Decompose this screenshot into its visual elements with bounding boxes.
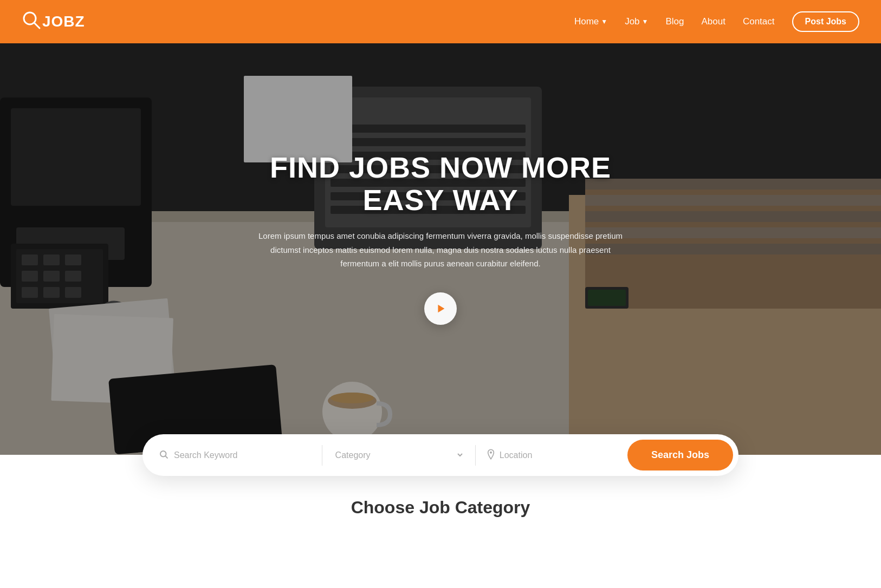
location-field (481, 442, 623, 468)
search-icon (159, 449, 169, 461)
nav-item-contact[interactable]: Contact (743, 16, 775, 27)
logo-icon (22, 10, 41, 34)
svg-line-1 (34, 23, 40, 28)
divider-keyword-category (322, 445, 322, 466)
nav-item-home[interactable]: Home ▼ (574, 16, 607, 27)
hero-description: Lorem ipsum tempus amet conubia adipisci… (256, 229, 625, 271)
nav-caret-home: ▼ (601, 18, 607, 25)
svg-marker-47 (438, 304, 444, 312)
nav-label-about: About (702, 16, 725, 27)
svg-point-48 (160, 451, 166, 457)
nav-item-post-jobs[interactable]: Post Jobs (792, 11, 859, 32)
hero-title: FIND JOBS NOW MORE EASY WAY (240, 152, 641, 216)
keyword-field (159, 443, 316, 468)
svg-line-49 (165, 456, 167, 458)
search-bar: Category IT & Technology Marketing Finan… (142, 434, 739, 476)
keyword-input[interactable] (174, 450, 316, 460)
logo[interactable]: JOBZ (22, 10, 85, 34)
nav-links: Home ▼ Job ▼ Blog About Contact P (574, 11, 859, 32)
search-bar-container: Category IT & Technology Marketing Finan… (0, 434, 881, 476)
category-select[interactable]: Category IT & Technology Marketing Finan… (333, 450, 464, 460)
play-button[interactable] (424, 292, 457, 325)
divider-category-location (475, 445, 476, 466)
search-jobs-button[interactable]: Search Jobs (627, 440, 733, 471)
hero-section: FIND JOBS NOW MORE EASY WAY Lorem ipsum … (0, 43, 881, 455)
nav-item-about[interactable]: About (702, 16, 725, 27)
logo-text: JOBZ (42, 13, 85, 30)
nav-item-blog[interactable]: Blog (665, 16, 684, 27)
hero-content: FIND JOBS NOW MORE EASY WAY Lorem ipsum … (229, 152, 652, 324)
nav-caret-job: ▼ (642, 18, 649, 25)
nav-label-contact: Contact (743, 16, 775, 27)
nav-label-blog: Blog (665, 16, 684, 27)
navbar: JOBZ Home ▼ Job ▼ Blog About (0, 0, 881, 43)
svg-point-50 (490, 451, 492, 453)
location-input[interactable] (500, 450, 618, 460)
post-jobs-button[interactable]: Post Jobs (792, 11, 859, 32)
nav-label-job: Job (625, 16, 639, 27)
location-pin-icon (487, 449, 495, 462)
category-field[interactable]: Category IT & Technology Marketing Finan… (328, 443, 470, 467)
nav-item-job[interactable]: Job ▼ (625, 16, 648, 27)
nav-label-home: Home (574, 16, 599, 27)
bottom-teaser: Choose Job Category (0, 476, 881, 523)
choose-category-heading: Choose Job Category (351, 498, 530, 517)
